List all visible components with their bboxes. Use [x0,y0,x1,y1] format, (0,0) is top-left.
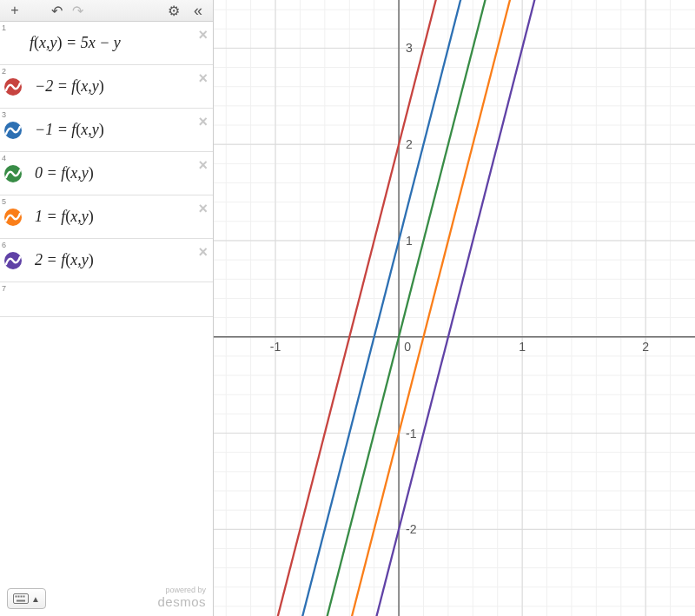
delete-expression-button[interactable]: × [198,157,208,173]
svg-text:1: 1 [406,234,413,248]
delete-expression-button[interactable]: × [198,114,208,129]
delete-expression-button[interactable]: × [198,70,208,86]
plot-line [214,0,695,616]
svg-text:-1: -1 [270,340,281,354]
delete-expression-button[interactable]: × [198,201,208,216]
row-number: 7 [2,284,6,293]
expression-row[interactable]: 3−1 = f(x,y)× [0,109,213,152]
graph-canvas: -1012-2-1123 [214,0,695,616]
expression-text[interactable]: f(x,y) = 5x − y [30,34,121,52]
powered-by-credit: powered by desmos [157,586,206,609]
row-number: 1 [2,23,6,32]
row-number: 2 [2,67,6,76]
expression-row[interactable]: 40 = f(x,y)× [0,152,213,195]
svg-text:3: 3 [406,41,413,55]
expression-text[interactable]: 1 = f(x,y) [35,208,94,226]
svg-text:1: 1 [519,340,526,354]
svg-rect-9 [23,596,25,598]
svg-text:2: 2 [642,340,649,354]
delete-expression-button[interactable]: × [198,27,208,43]
svg-text:-1: -1 [406,427,417,440]
row-number: 6 [2,241,6,249]
svg-text:0: 0 [404,340,411,354]
app-root: + ↶ ↷ ⚙ « 1f(x,y) = 5x − y×2−2 = f(x,y)×… [0,0,695,616]
expression-list: 1f(x,y) = 5x − y×2−2 = f(x,y)×3−1 = f(x,… [0,22,213,616]
undo-button[interactable]: ↶ [47,1,66,20]
svg-rect-6 [16,596,17,598]
row-number: 4 [2,154,6,162]
expression-color-icon[interactable] [3,208,23,227]
expression-color-icon[interactable] [3,77,23,96]
keyboard-toggle-button[interactable]: ▲ [7,588,46,609]
svg-text:2: 2 [406,137,413,151]
collapse-sidebar-button[interactable]: « [189,1,208,20]
plus-icon: + [10,3,18,18]
expression-text[interactable]: 0 = f(x,y) [35,164,94,182]
expression-row[interactable]: 51 = f(x,y)× [0,195,213,239]
sidebar-footer: ▲ powered by desmos [7,586,206,609]
expression-text[interactable]: −1 = f(x,y) [35,121,104,139]
brand-label: desmos [157,595,206,610]
expression-text[interactable]: 2 = f(x,y) [35,251,94,269]
expression-row[interactable]: 1f(x,y) = 5x − y× [0,22,213,65]
svg-rect-7 [18,596,20,598]
svg-rect-8 [21,596,23,598]
row-number: 3 [2,110,6,119]
plot-line [214,0,695,616]
chevron-left-double-icon: « [194,2,202,20]
expression-color-icon[interactable] [3,251,23,270]
expression-row[interactable]: 62 = f(x,y)× [0,239,213,282]
gear-icon: ⚙ [168,3,180,19]
expression-row[interactable]: 7 [0,282,213,317]
settings-button[interactable]: ⚙ [164,1,183,20]
expression-row[interactable]: 2−2 = f(x,y)× [0,65,213,109]
expression-sidebar: + ↶ ↷ ⚙ « 1f(x,y) = 5x − y×2−2 = f(x,y)×… [0,0,214,616]
plot-line [214,0,695,616]
keyboard-icon [13,593,29,604]
svg-rect-10 [17,600,25,602]
plot-line [214,0,695,616]
svg-text:-2: -2 [406,522,417,536]
sidebar-toolbar: + ↶ ↷ ⚙ « [0,0,213,22]
svg-rect-5 [14,594,29,604]
row-number: 5 [2,197,6,206]
redo-icon: ↷ [72,3,83,19]
expression-color-icon[interactable] [3,121,23,140]
graph-pane[interactable]: -1012-2-1123 [214,0,695,616]
plot-line [214,0,695,616]
chevron-up-icon: ▲ [31,594,40,604]
redo-button[interactable]: ↷ [68,1,87,20]
delete-expression-button[interactable]: × [198,244,208,260]
expression-color-icon[interactable] [3,164,23,183]
undo-icon: ↶ [51,3,63,19]
add-expression-button[interactable]: + [5,1,24,20]
expression-text[interactable]: −2 = f(x,y) [35,77,104,96]
